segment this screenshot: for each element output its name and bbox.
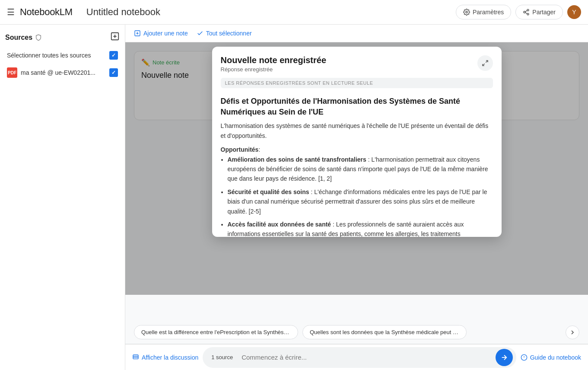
arrow-right-icon [569,329,576,336]
chat-input-container[interactable]: 1 source [203,347,516,368]
sidebar-header: Sources [5,32,120,43]
sidebar-title-row: Sources [5,34,42,41]
input-row: Afficher la discussion 1 source Guide du… [125,344,588,370]
suggestion-chip-1[interactable]: Quelle est la différence entre l'ePrescr… [134,325,298,339]
notebook-title[interactable]: Untitled notebook [86,6,160,18]
checkmark-icon [197,30,203,37]
svg-point-2 [524,11,525,13]
send-icon [500,354,508,361]
chat-input[interactable] [242,354,492,361]
suggestion-chip-2[interactable]: Quelles sont les données que la Synthèse… [302,325,467,339]
guide-button[interactable]: Guide du notebook [521,354,581,361]
share-button[interactable]: Partager [515,5,563,19]
avatar[interactable]: Y [567,5,581,19]
opp-2-bold: Sécurité et qualité des soins [228,188,309,195]
header-right: Paramètres Partager Y [456,5,581,19]
send-button[interactable] [496,349,513,366]
source-pdf-icon: PDF [7,67,17,78]
shield-icon [35,34,42,41]
modal-header: Nouvelle note enregistrée Réponse enregi… [212,47,502,74]
sidebar: Sources Sélectionner toutes les sources … [0,25,125,370]
opp-1-bold: Amélioration des soins de santé transfro… [228,156,366,163]
settings-button[interactable]: Paramètres [456,5,511,19]
header-left: ☰ NotebookLM Untitled notebook [7,6,160,18]
source-icon-label: PDF [8,70,16,75]
source-item[interactable]: PDF ma santé @ ue-EW02201... [5,65,120,80]
svg-point-3 [527,13,529,15]
add-note-button[interactable]: Ajouter une note [134,30,188,37]
modal-intro: L'harmonisation des systèmes de santé nu… [221,122,489,139]
opp-3-bold: Accès facilité aux données de santé [228,221,331,228]
add-note-icon [134,30,141,37]
source-checkbox[interactable] [109,68,118,77]
opportunity-2: Sécurité et qualité des soins : L'échang… [228,187,493,216]
suggestions-next-button[interactable] [566,325,579,339]
svg-point-0 [466,11,467,13]
share-icon [523,9,530,16]
minimize-icon [482,60,489,67]
share-label: Partager [532,9,556,16]
discussion-icon [132,354,139,361]
svg-point-1 [527,9,529,11]
opportunity-3: Accès facilité aux données de santé : Le… [228,220,493,237]
opportunity-1: Amélioration des soins de santé transfro… [228,155,493,184]
settings-icon [463,9,470,16]
add-note-label: Ajouter une note [143,30,188,37]
modal-readonly-banner: LES RÉPONSES ENREGISTRÉES SONT EN LECTUR… [221,78,493,88]
guide-label: Guide du notebook [530,354,581,361]
select-all-button[interactable]: Tout sélectionner [197,30,252,37]
settings-label: Paramètres [473,9,504,16]
source-name: ma santé @ ue-EW02201... [21,69,106,76]
app-header: ☰ NotebookLM Untitled notebook Paramètre… [0,0,588,25]
show-discussion-button[interactable]: Afficher la discussion [132,354,198,361]
modal-title: Nouvelle note enregistrée [221,55,327,65]
modal-overlay[interactable]: Nouvelle note enregistrée Réponse enregi… [125,42,588,295]
modal-content-title: Défis et Opportunités de l'Harmonisation… [221,96,493,118]
add-icon [110,32,120,41]
menu-icon[interactable]: ☰ [7,7,15,17]
select-all-row[interactable]: Sélectionner toutes les sources [5,48,120,62]
suggestions-row: Quelle est la différence entre l'ePrescr… [125,321,588,344]
select-all-checkbox[interactable] [109,51,118,60]
opportunities-list: Amélioration des soins de santé transfro… [221,155,493,237]
guide-icon [521,354,528,361]
opportunities-label: Opportunités [221,146,259,153]
notes-area: ✏️ Note écrite Nouvelle note 📋 Réponse e… [125,42,588,321]
select-all-label: Sélectionner toutes les sources [7,52,91,59]
modal-body: Défis et Opportunités de l'Harmonisation… [212,92,502,237]
add-source-button[interactable] [110,32,120,43]
main-layout: Sources Sélectionner toutes les sources … [0,25,588,370]
content-wrapper: Ajouter une note Tout sélectionner ✏️ No… [125,25,588,370]
content-toolbar: Ajouter une note Tout sélectionner [125,25,588,42]
modal-intro-text: L'harmonisation des systèmes de santé nu… [221,121,493,140]
source-badge[interactable]: 1 source [206,352,238,362]
app-title: NotebookLM [20,6,73,18]
modal-opportunities: Opportunités: Amélioration des soins de … [221,145,493,237]
modal: Nouvelle note enregistrée Réponse enregi… [212,47,502,237]
modal-subtitle: Réponse enregistrée [221,66,327,73]
modal-title-block: Nouvelle note enregistrée Réponse enregi… [221,55,327,73]
svg-line-5 [525,10,528,12]
svg-rect-14 [133,355,138,359]
modal-close-button[interactable] [477,55,493,71]
sources-title: Sources [5,34,32,41]
select-all-toolbar-label: Tout sélectionner [206,30,252,37]
show-discussion-label: Afficher la discussion [142,354,198,361]
svg-line-4 [525,13,528,14]
